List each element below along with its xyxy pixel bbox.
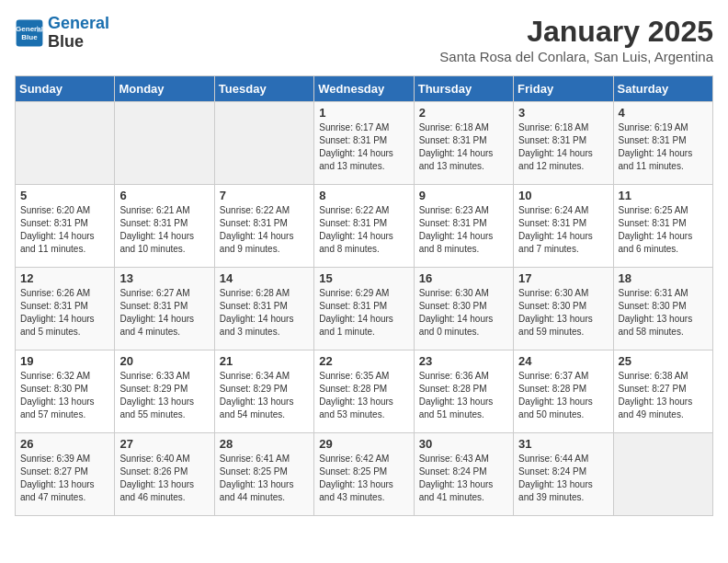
calendar-cell: 4Sunrise: 6:19 AM Sunset: 8:31 PM Daylig… (613, 102, 712, 185)
calendar-week-row: 19Sunrise: 6:32 AM Sunset: 8:30 PM Dayli… (16, 350, 713, 433)
calendar-cell: 24Sunrise: 6:37 AM Sunset: 8:28 PM Dayli… (514, 350, 613, 433)
day-number: 25 (619, 354, 708, 368)
calendar-cell: 28Sunrise: 6:41 AM Sunset: 8:25 PM Dayli… (214, 433, 313, 516)
calendar-cell: 3Sunrise: 6:18 AM Sunset: 8:31 PM Daylig… (514, 102, 613, 185)
cell-details: Sunrise: 6:36 AM Sunset: 8:28 PM Dayligh… (419, 370, 508, 421)
cell-details: Sunrise: 6:32 AM Sunset: 8:30 PM Dayligh… (20, 370, 109, 421)
calendar-cell: 21Sunrise: 6:34 AM Sunset: 8:29 PM Dayli… (214, 350, 313, 433)
calendar-cell: 10Sunrise: 6:24 AM Sunset: 8:31 PM Dayli… (514, 185, 613, 268)
calendar-cell: 22Sunrise: 6:35 AM Sunset: 8:28 PM Dayli… (314, 350, 414, 433)
cell-details: Sunrise: 6:41 AM Sunset: 8:25 PM Dayligh… (220, 453, 309, 504)
day-number: 12 (20, 271, 109, 285)
day-number: 6 (119, 189, 209, 202)
day-number: 9 (419, 189, 508, 202)
calendar-week-row: 1Sunrise: 6:17 AM Sunset: 8:31 PM Daylig… (16, 102, 713, 185)
day-number: 17 (518, 271, 608, 285)
day-number: 18 (619, 271, 708, 285)
header-monday: Monday (115, 76, 214, 102)
cell-details: Sunrise: 6:34 AM Sunset: 8:29 PM Dayligh… (220, 370, 309, 421)
day-number: 27 (119, 437, 209, 451)
cell-details: Sunrise: 6:19 AM Sunset: 8:31 PM Dayligh… (619, 121, 708, 173)
day-number: 2 (419, 106, 508, 120)
day-number: 3 (518, 106, 608, 120)
day-number: 1 (319, 106, 408, 120)
calendar-cell: 23Sunrise: 6:36 AM Sunset: 8:28 PM Dayli… (414, 350, 513, 433)
day-number: 5 (20, 189, 109, 202)
cell-details: Sunrise: 6:20 AM Sunset: 8:31 PM Dayligh… (20, 204, 109, 256)
cell-details: Sunrise: 6:37 AM Sunset: 8:28 PM Dayligh… (518, 370, 608, 421)
day-number: 16 (419, 271, 508, 285)
location-subtitle: Santa Rosa del Conlara, San Luis, Argent… (439, 49, 713, 64)
header-wednesday: Wednesday (314, 76, 414, 102)
day-number: 13 (119, 271, 209, 285)
calendar-cell: 15Sunrise: 6:29 AM Sunset: 8:31 PM Dayli… (314, 268, 414, 350)
day-number: 23 (419, 354, 508, 368)
cell-details: Sunrise: 6:27 AM Sunset: 8:31 PM Dayligh… (119, 287, 209, 339)
calendar-cell: 17Sunrise: 6:30 AM Sunset: 8:30 PM Dayli… (514, 268, 613, 350)
cell-details: Sunrise: 6:21 AM Sunset: 8:31 PM Dayligh… (119, 204, 209, 256)
day-number: 24 (518, 354, 608, 368)
cell-details: Sunrise: 6:29 AM Sunset: 8:31 PM Dayligh… (319, 287, 408, 339)
calendar-cell: 1Sunrise: 6:17 AM Sunset: 8:31 PM Daylig… (314, 102, 414, 185)
calendar-cell (115, 102, 214, 185)
calendar-cell: 11Sunrise: 6:25 AM Sunset: 8:31 PM Dayli… (613, 185, 712, 268)
day-number: 14 (220, 271, 309, 285)
logo-icon: General Blue (15, 18, 44, 48)
day-number: 20 (119, 354, 209, 368)
cell-details: Sunrise: 6:17 AM Sunset: 8:31 PM Dayligh… (319, 121, 408, 173)
day-number: 7 (220, 189, 309, 202)
day-number: 31 (518, 437, 608, 451)
day-number: 8 (319, 189, 408, 202)
cell-details: Sunrise: 6:38 AM Sunset: 8:27 PM Dayligh… (619, 370, 708, 421)
cell-details: Sunrise: 6:26 AM Sunset: 8:31 PM Dayligh… (20, 287, 109, 339)
header-friday: Friday (514, 76, 613, 102)
calendar-cell: 29Sunrise: 6:42 AM Sunset: 8:25 PM Dayli… (314, 433, 414, 516)
cell-details: Sunrise: 6:44 AM Sunset: 8:24 PM Dayligh… (518, 453, 608, 504)
header-sunday: Sunday (16, 76, 115, 102)
calendar-cell: 7Sunrise: 6:22 AM Sunset: 8:31 PM Daylig… (214, 185, 313, 268)
calendar-cell (16, 102, 115, 185)
day-number: 19 (20, 354, 109, 368)
calendar-cell (214, 102, 313, 185)
cell-details: Sunrise: 6:40 AM Sunset: 8:26 PM Dayligh… (119, 453, 209, 504)
cell-details: Sunrise: 6:30 AM Sunset: 8:30 PM Dayligh… (419, 287, 508, 339)
logo-text: GeneralBlue (48, 15, 109, 52)
cell-details: Sunrise: 6:42 AM Sunset: 8:25 PM Dayligh… (319, 453, 408, 504)
cell-details: Sunrise: 6:28 AM Sunset: 8:31 PM Dayligh… (220, 287, 309, 339)
cell-details: Sunrise: 6:18 AM Sunset: 8:31 PM Dayligh… (419, 121, 508, 173)
calendar-cell: 26Sunrise: 6:39 AM Sunset: 8:27 PM Dayli… (16, 433, 115, 516)
cell-details: Sunrise: 6:43 AM Sunset: 8:24 PM Dayligh… (419, 453, 508, 504)
month-title: January 2025 (439, 15, 713, 49)
day-number: 15 (319, 271, 408, 285)
cell-details: Sunrise: 6:25 AM Sunset: 8:31 PM Dayligh… (619, 204, 708, 256)
cell-details: Sunrise: 6:31 AM Sunset: 8:30 PM Dayligh… (619, 287, 708, 339)
calendar-week-row: 12Sunrise: 6:26 AM Sunset: 8:31 PM Dayli… (16, 268, 713, 350)
calendar-week-row: 26Sunrise: 6:39 AM Sunset: 8:27 PM Dayli… (16, 433, 713, 516)
day-number: 30 (419, 437, 508, 451)
calendar-cell: 13Sunrise: 6:27 AM Sunset: 8:31 PM Dayli… (115, 268, 214, 350)
calendar-cell: 31Sunrise: 6:44 AM Sunset: 8:24 PM Dayli… (514, 433, 613, 516)
calendar-header-row: Sunday Monday Tuesday Wednesday Thursday… (16, 76, 713, 102)
cell-details: Sunrise: 6:33 AM Sunset: 8:29 PM Dayligh… (119, 370, 209, 421)
calendar-cell: 9Sunrise: 6:23 AM Sunset: 8:31 PM Daylig… (414, 185, 513, 268)
cell-details: Sunrise: 6:24 AM Sunset: 8:31 PM Dayligh… (518, 204, 608, 256)
cell-details: Sunrise: 6:22 AM Sunset: 8:31 PM Dayligh… (220, 204, 309, 256)
calendar-cell: 27Sunrise: 6:40 AM Sunset: 8:26 PM Dayli… (115, 433, 214, 516)
day-number: 10 (518, 189, 608, 202)
calendar-cell: 19Sunrise: 6:32 AM Sunset: 8:30 PM Dayli… (16, 350, 115, 433)
day-number: 29 (319, 437, 408, 451)
day-number: 22 (319, 354, 408, 368)
cell-details: Sunrise: 6:35 AM Sunset: 8:28 PM Dayligh… (319, 370, 408, 421)
calendar-cell: 30Sunrise: 6:43 AM Sunset: 8:24 PM Dayli… (414, 433, 513, 516)
calendar-cell: 6Sunrise: 6:21 AM Sunset: 8:31 PM Daylig… (115, 185, 214, 268)
calendar-cell: 18Sunrise: 6:31 AM Sunset: 8:30 PM Dayli… (613, 268, 712, 350)
calendar-week-row: 5Sunrise: 6:20 AM Sunset: 8:31 PM Daylig… (16, 185, 713, 268)
day-number: 21 (220, 354, 309, 368)
cell-details: Sunrise: 6:30 AM Sunset: 8:30 PM Dayligh… (518, 287, 608, 339)
cell-details: Sunrise: 6:22 AM Sunset: 8:31 PM Dayligh… (319, 204, 408, 256)
header-saturday: Saturday (613, 76, 712, 102)
title-block: January 2025 Santa Rosa del Conlara, San… (439, 15, 713, 64)
calendar-cell: 16Sunrise: 6:30 AM Sunset: 8:30 PM Dayli… (414, 268, 513, 350)
svg-text:Blue: Blue (21, 33, 38, 41)
calendar-cell: 14Sunrise: 6:28 AM Sunset: 8:31 PM Dayli… (214, 268, 313, 350)
